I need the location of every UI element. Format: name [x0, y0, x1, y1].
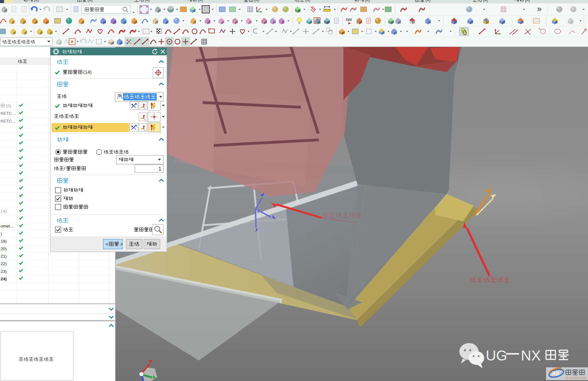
svg-text:KETC...: KETC...	[1, 119, 15, 123]
svg-text:(A): (A)	[88, 0, 93, 2]
svg-text:omet...: omet...	[1, 224, 13, 228]
svg-text:(0): (0)	[6, 103, 11, 108]
svg-text:ZL.XS1616.COM: ZL.XS1616.COM	[566, 376, 586, 379]
svg-text:<: <	[106, 242, 108, 247]
svg-text:(A): (A)	[254, 0, 259, 2]
svg-text:(A): (A)	[365, 0, 370, 2]
svg-text:>: >	[120, 242, 123, 247]
svg-text:22): 22)	[1, 261, 7, 266]
svg-text:24): 24)	[1, 277, 7, 281]
svg-text:(14): (14)	[83, 69, 92, 75]
svg-text:14): 14)	[1, 209, 7, 213]
svg-text:20): 20)	[1, 246, 7, 251]
svg-text:UG: UG	[486, 347, 507, 364]
svg-text:(A): (A)	[34, 0, 39, 2]
svg-text:1: 1	[158, 166, 161, 172]
svg-text:(A): (A)	[483, 0, 488, 2]
svg-text:(A): (A)	[305, 0, 310, 2]
svg-text:TIFF: TIFF	[346, 18, 352, 22]
svg-text:(A): (A)	[145, 0, 150, 2]
svg-text:(A): (A)	[525, 0, 530, 2]
svg-text:NX: NX	[521, 347, 541, 364]
svg-text:21): 21)	[1, 254, 7, 259]
svg-text:XS: XS	[552, 370, 559, 377]
svg-text:(A): (A)	[425, 0, 430, 2]
svg-text:19): 19)	[1, 239, 7, 244]
svg-text:): )	[1, 232, 2, 236]
svg-text:KETC...: KETC...	[1, 111, 15, 116]
svg-text:23): 23)	[1, 269, 7, 274]
svg-text:(A): (A)	[198, 0, 203, 2]
